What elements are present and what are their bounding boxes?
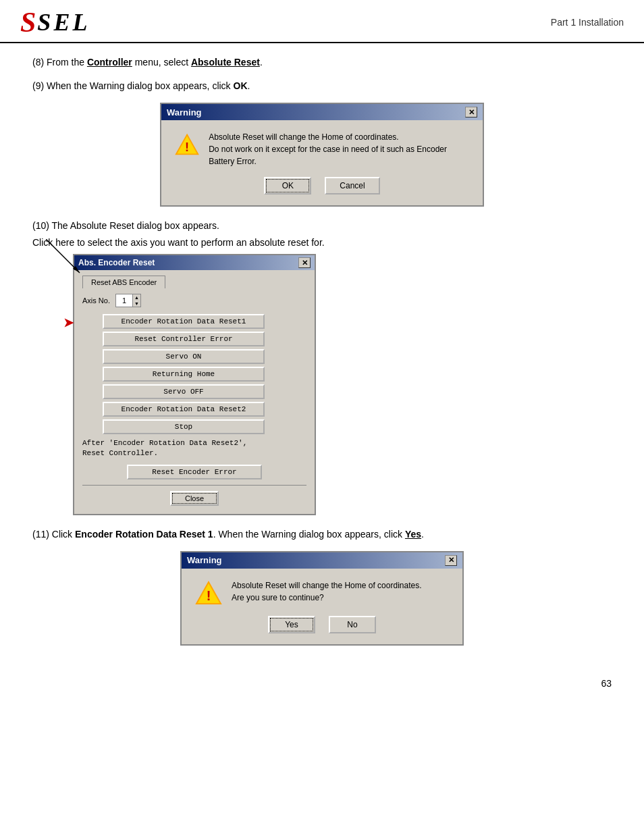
abs-encoder-reset-dialog: Abs. Encoder Reset ✕ Reset ABS Encoder A… bbox=[73, 254, 316, 515]
step-10-line2: Click here to select the axis you want t… bbox=[32, 236, 612, 250]
servo-off-button[interactable]: Servo OFF bbox=[103, 384, 265, 399]
page-header: S SEL Part 1 Installation bbox=[0, 0, 644, 43]
step11-action2: Yes bbox=[405, 529, 421, 540]
reset-encoder-error-button[interactable]: Reset Encoder Error bbox=[127, 465, 262, 479]
encoder-rotation-reset2-button[interactable]: Encoder Rotation Data Reset2 bbox=[103, 402, 265, 417]
axis-row: Axis No. ▲ ▼ bbox=[82, 294, 306, 307]
warning-dialog-1-titlebar: Warning ✕ bbox=[161, 104, 483, 120]
warning-icon-2: ! bbox=[195, 579, 222, 606]
warning-dialog-2-close-icon[interactable]: ✕ bbox=[445, 555, 457, 566]
warning-dialog-1-close-icon[interactable]: ✕ bbox=[465, 107, 477, 118]
logo: S SEL bbox=[20, 8, 90, 36]
warning-dialog-2-title: Warning bbox=[187, 555, 222, 565]
servo-on-button[interactable]: Servo ON bbox=[103, 349, 265, 364]
abs-dialog-title: Abs. Encoder Reset bbox=[78, 258, 155, 267]
warning-dialog-1-ok-button[interactable]: OK bbox=[264, 177, 311, 194]
abs-action-buttons: Encoder Rotation Data Reset1 Reset Contr… bbox=[103, 314, 306, 434]
warning-dialog-1-title: Warning bbox=[167, 107, 202, 118]
step11-text: (11) Click bbox=[32, 529, 75, 540]
warning-dialog-2-yes-button[interactable]: Yes bbox=[268, 616, 315, 633]
encoder-rotation-reset1-button[interactable]: Encoder Rotation Data Reset1 bbox=[103, 314, 265, 329]
page-footer: 63 bbox=[0, 678, 644, 689]
logo-s: S bbox=[20, 8, 34, 36]
warning-dialog-1-body: ! Absolute Reset will change the Home of… bbox=[161, 120, 483, 205]
abs-close-button[interactable]: Close bbox=[170, 491, 219, 506]
warning-dialog-1: Warning ✕ ! Absolute Reset will change t… bbox=[160, 103, 484, 207]
warning-dialog-1-line1: Absolute Reset will change the Home of c… bbox=[209, 131, 469, 143]
warning-dialog-2-content-row: ! Absolute Reset will change the Home of… bbox=[195, 579, 422, 606]
red-arrow-icon: ➤ bbox=[63, 315, 74, 330]
warning-dialog-2-titlebar: Warning ✕ bbox=[182, 552, 462, 569]
step9-action: OK bbox=[234, 80, 248, 91]
axis-spin-up[interactable]: ▲ bbox=[132, 294, 140, 301]
axis-value-input[interactable] bbox=[116, 296, 132, 305]
svg-text:!: ! bbox=[185, 140, 189, 154]
reset-controller-error-button[interactable]: Reset Controller Error bbox=[103, 332, 265, 346]
step8-menu: Controller bbox=[87, 57, 132, 68]
page-number: 63 bbox=[601, 678, 612, 689]
stop-button[interactable]: Stop bbox=[103, 419, 265, 434]
axis-spinner[interactable]: ▲ ▼ bbox=[115, 294, 141, 307]
step-11: (11) Click Encoder Rotation Data Reset 1… bbox=[32, 527, 612, 542]
warning-icon: ! bbox=[175, 131, 199, 158]
abs-dialog-body: Reset ABS Encoder Axis No. ▲ ▼ ➤ bbox=[74, 270, 315, 514]
abs-note: After 'Encoder Rotation Data Reset2', Re… bbox=[82, 438, 306, 459]
step8-middle: menu, select bbox=[132, 57, 191, 68]
abs-close-row: Close bbox=[82, 485, 306, 509]
abs-tab-row: Reset ABS Encoder bbox=[82, 276, 306, 288]
warning-dialog-2-text: Absolute Reset will change the Home of c… bbox=[232, 579, 422, 604]
step9-text: (9) When the Warning dialog box appears,… bbox=[32, 80, 234, 91]
warning-dialog-2-body: ! Absolute Reset will change the Home of… bbox=[182, 569, 462, 644]
warning-dialog-2-line2: Are you sure to continue? bbox=[232, 592, 422, 604]
warning-dialog-1-wrapper: Warning ✕ ! Absolute Reset will change t… bbox=[32, 103, 612, 207]
svg-text:!: ! bbox=[207, 588, 211, 603]
step-10-line1: (10) The Absolute Reset dialog box appea… bbox=[32, 219, 612, 233]
warning-dialog-2: Warning ✕ ! Absolute Reset will change t… bbox=[180, 551, 464, 646]
page-title: Part 1 Installation bbox=[551, 17, 624, 28]
warning-dialog-1-content-row: ! Absolute Reset will change the Home of… bbox=[175, 131, 469, 167]
step8-text: (8) From the bbox=[32, 57, 87, 68]
warning-dialog-2-line1: Absolute Reset will change the Home of c… bbox=[232, 579, 422, 592]
warning-dialog-1-line2: Do not work on it except for the case in… bbox=[209, 143, 469, 167]
step11-action: Encoder Rotation Data Reset 1 bbox=[75, 529, 213, 540]
warning-dialog-2-buttons: Yes No bbox=[195, 616, 449, 633]
step-8: (8) From the Controller menu, select Abs… bbox=[32, 55, 612, 70]
warning-dialog-1-cancel-button[interactable]: Cancel bbox=[325, 177, 379, 194]
returning-home-button[interactable]: Returning Home bbox=[103, 367, 265, 382]
step11-middle: . When the Warning dialog box appears, c… bbox=[213, 529, 405, 540]
abs-dialog-close-icon[interactable]: ✕ bbox=[298, 257, 311, 268]
step-9: (9) When the Warning dialog box appears,… bbox=[32, 79, 612, 93]
warning-dialog-2-no-button[interactable]: No bbox=[329, 616, 376, 633]
abs-tab-reset[interactable]: Reset ABS Encoder bbox=[82, 276, 165, 288]
warning-dialog-2-wrapper: Warning ✕ ! Absolute Reset will change t… bbox=[32, 551, 612, 646]
axis-label: Axis No. bbox=[82, 296, 110, 305]
main-content: (8) From the Controller menu, select Abs… bbox=[0, 55, 644, 671]
warning-dialog-1-text: Absolute Reset will change the Home of c… bbox=[209, 131, 469, 167]
abs-dialog-container: Abs. Encoder Reset ✕ Reset ABS Encoder A… bbox=[73, 254, 612, 515]
logo-sel: SEL bbox=[37, 8, 90, 36]
step8-action: Absolute Reset bbox=[191, 57, 260, 68]
warning-dialog-1-buttons: OK Cancel bbox=[175, 177, 469, 194]
abs-note-line2: Reset Controller. bbox=[82, 448, 306, 459]
abs-dialog-titlebar: Abs. Encoder Reset ✕ bbox=[74, 255, 315, 270]
axis-spin-down[interactable]: ▼ bbox=[132, 301, 140, 307]
abs-buttons-area: ➤ Encoder Rotation Data Reset1 Reset Con… bbox=[82, 314, 306, 434]
abs-reset-enc-row: Reset Encoder Error bbox=[82, 465, 306, 485]
abs-note-line1: After 'Encoder Rotation Data Reset2', bbox=[82, 438, 306, 448]
axis-spin-buttons: ▲ ▼ bbox=[132, 294, 140, 307]
